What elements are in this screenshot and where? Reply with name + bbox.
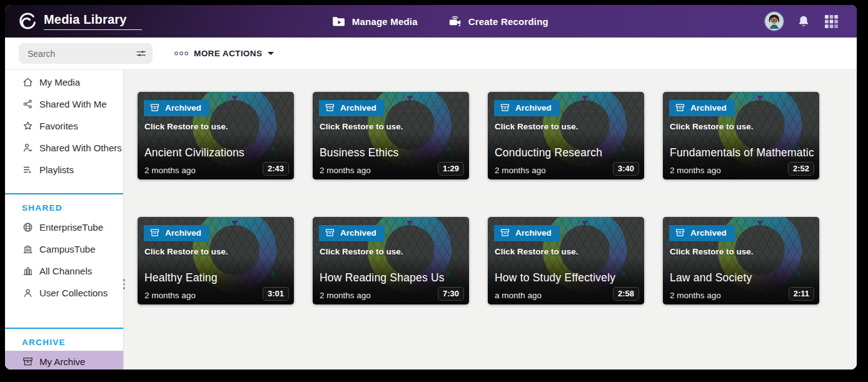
search-input[interactable] (26, 48, 135, 59)
sidebar-shared-list: EnterpriseTube CampusTube All Channels U… (5, 216, 123, 304)
caret-down-icon (268, 52, 274, 55)
home-icon (22, 76, 34, 88)
sidebar-item-label: Shared With Me (39, 99, 107, 109)
media-title[interactable]: Conducting Research (495, 146, 638, 159)
duration-badge: 3:01 (263, 288, 288, 300)
manage-media-label: Manage Media (352, 16, 418, 27)
sidebar-section-archive: ARCHIVE My Archive (5, 328, 123, 369)
sidebar-item-label: My Archive (39, 356, 85, 367)
media-card-healthy-eating[interactable]: Archived Click Restore to use. Healthy E… (138, 217, 294, 304)
sidebar-item-shared-with-others[interactable]: Shared With Others (5, 137, 123, 159)
media-meta: Business Ethics 2 months ago 1:29 (320, 146, 463, 175)
archived-badge: Archived (319, 225, 385, 241)
media-title[interactable]: Fundamentals of Mathematics (670, 146, 814, 159)
duration-badge: 7:30 (438, 288, 463, 300)
top-right-actions (765, 12, 839, 31)
top-navigation-bar: Media Library Manage Media Create Record… (5, 5, 857, 38)
search-box[interactable] (19, 43, 153, 64)
restore-hint-text: Click Restore to use. (670, 122, 754, 131)
media-card-ancient-civilizations[interactable]: Archived Click Restore to use. Ancient C… (138, 92, 294, 179)
restore-hint-text: Click Restore to use. (144, 122, 228, 131)
duration-badge: 1:29 (438, 163, 463, 175)
media-card-business-ethics[interactable]: Archived Click Restore to use. Business … (313, 92, 469, 179)
screenpal-logo-icon[interactable] (18, 12, 36, 31)
filter-sliders-icon[interactable] (135, 48, 147, 59)
globe-icon (22, 221, 34, 233)
media-age: 2 months ago (144, 166, 196, 175)
archived-badge-label: Archived (340, 228, 376, 238)
duration-badge: 2:58 (613, 288, 638, 300)
archived-badge-label: Archived (690, 103, 727, 113)
media-title[interactable]: How to Study Effectively (495, 271, 638, 284)
sidebar-primary-list: My Media Shared With Me Favorites Shared… (5, 71, 123, 181)
media-meta: Law and Society 2 months ago 2:11 (670, 271, 814, 300)
media-title[interactable]: Law and Society (670, 271, 814, 284)
sidebar-item-favorites[interactable]: Favorites (5, 115, 123, 137)
user-avatar[interactable] (765, 12, 784, 31)
page-title[interactable]: Media Library (44, 13, 142, 30)
archived-badge-label: Archived (165, 103, 201, 113)
manage-media-button[interactable]: Manage Media (328, 13, 421, 29)
more-actions-button[interactable]: MORE ACTIONS (170, 48, 278, 59)
media-card-how-to-study-effectively[interactable]: Archived Click Restore to use. How to St… (488, 217, 644, 304)
recording-camera-icon (448, 14, 463, 29)
app-window: Media Library Manage Media Create Record… (5, 5, 857, 369)
sidebar-item-label: EnterpriseTube (39, 222, 103, 233)
sidebar-item-user-collections[interactable]: User Collections (5, 282, 123, 304)
restore-hint-text: Click Restore to use. (495, 122, 578, 131)
sidebar-section-shared: SHARED EnterpriseTube CampusTube All Cha… (5, 193, 123, 304)
more-actions-label: MORE ACTIONS (194, 49, 262, 58)
media-title[interactable]: Ancient Civilizations (144, 146, 288, 159)
sidebar-archive-list: My Archive (5, 351, 123, 369)
duration-badge: 2:43 (263, 163, 288, 175)
apps-grid-icon (824, 14, 839, 29)
archive-section-header: ARCHIVE (5, 329, 123, 351)
archive-box-icon (325, 103, 335, 113)
media-meta: Ancient Civilizations 2 months ago 2:43 (144, 146, 288, 175)
media-meta: Healthy Eating 2 months ago 3:01 (144, 271, 288, 300)
restore-hint-text: Click Restore to use. (320, 247, 403, 256)
media-age: a month ago (495, 291, 542, 300)
media-meta: How to Study Effectively a month ago 2:5… (495, 271, 638, 300)
sidebar: My Media Shared With Me Favorites Shared… (5, 70, 124, 369)
avatar-image (765, 12, 784, 31)
campus-icon (22, 243, 34, 255)
share-icon (22, 98, 34, 110)
sidebar-item-all-channels[interactable]: All Channels (5, 260, 123, 282)
create-recording-button[interactable]: Create Recording (444, 13, 552, 29)
archived-badge: Archived (669, 225, 735, 241)
media-title[interactable]: How Reading Shapes Us (320, 271, 463, 284)
media-card-grid: Archived Click Restore to use. Ancient C… (138, 92, 857, 304)
sidebar-item-label: CampusTube (39, 244, 96, 254)
archive-box-icon (675, 228, 685, 238)
media-card-law-and-society[interactable]: Archived Click Restore to use. Law and S… (663, 217, 819, 304)
media-card-conducting-research[interactable]: Archived Click Restore to use. Conductin… (488, 92, 644, 179)
sidebar-item-my-archive[interactable]: My Archive (5, 351, 123, 369)
archive-box-icon (149, 228, 160, 238)
body: My Media Shared With Me Favorites Shared… (5, 70, 857, 369)
sidebar-item-shared-with-me[interactable]: Shared With Me (5, 93, 123, 115)
duration-badge: 2:52 (789, 163, 814, 175)
media-title[interactable]: Healthy Eating (144, 271, 288, 284)
main-content: Archived Click Restore to use. Ancient C… (124, 70, 857, 369)
media-card-fundamentals-of-mathematics[interactable]: Archived Click Restore to use. Fundament… (663, 92, 819, 179)
sidebar-item-campustube[interactable]: CampusTube (5, 238, 123, 260)
sidebar-item-playlists[interactable]: Playlists (5, 159, 123, 181)
notifications-button[interactable] (797, 14, 810, 28)
sidebar-item-label: My Media (39, 77, 80, 88)
media-title[interactable]: Business Ethics (320, 146, 463, 159)
media-age: 2 months ago (670, 166, 721, 175)
sidebar-item-enterprisetube[interactable]: EnterpriseTube (5, 216, 123, 238)
archived-badge-label: Archived (165, 228, 201, 238)
sidebar-item-my-media[interactable]: My Media (5, 71, 123, 93)
sidebar-item-label: Favorites (39, 121, 78, 131)
media-card-how-reading-shapes-us[interactable]: Archived Click Restore to use. How Readi… (313, 217, 469, 304)
toolbar: MORE ACTIONS (5, 38, 857, 70)
sidebar-resize-handle[interactable] (122, 278, 127, 291)
top-nav: Manage Media Create Recording (328, 13, 552, 29)
apps-menu-button[interactable] (824, 14, 839, 29)
sidebar-item-label: All Channels (39, 266, 92, 276)
archived-badge: Archived (669, 100, 735, 116)
archived-badge-label: Archived (515, 103, 552, 113)
media-age: 2 months ago (670, 291, 721, 300)
